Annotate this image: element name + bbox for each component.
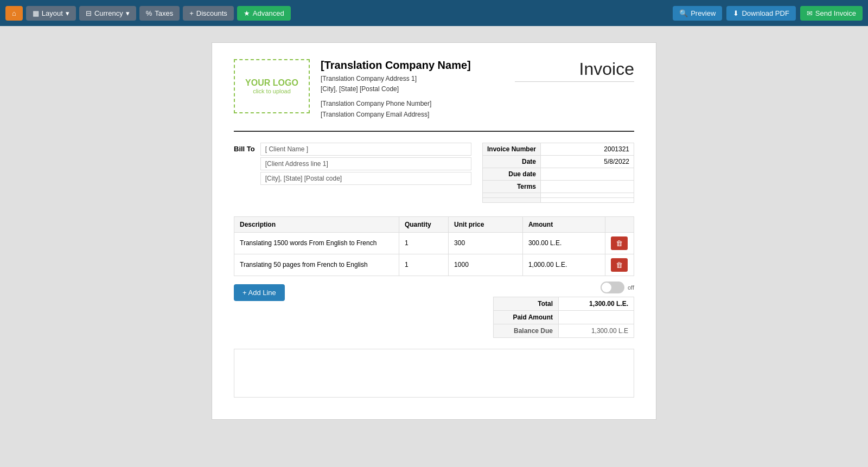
bill-to-section: Bill To [ Client Name ] [Client Address … <box>234 143 471 203</box>
item-action: 🗑 <box>605 254 634 276</box>
download-button[interactable]: ⬇ Download PDF <box>726 6 795 21</box>
detail-label: Terms <box>483 180 541 193</box>
detail-row: Invoice Number2001321 <box>483 143 634 155</box>
layout-button[interactable]: ▦ Layout ▾ <box>26 6 76 21</box>
paid-row: Paid Amount <box>494 310 634 324</box>
col-header-amount: Amount <box>522 216 605 232</box>
item-quantity[interactable]: 1 <box>399 254 448 276</box>
bill-to-fields: [ Client Name ] [Client Address line 1] … <box>260 143 471 203</box>
col-header-quantity: Quantity <box>399 216 448 232</box>
download-icon: ⬇ <box>733 9 739 17</box>
currency-icon: ⊟ <box>86 9 92 17</box>
balance-due-row: Balance Due 1,300.00 L.E <box>494 324 634 337</box>
total-value: 1,300.00 L.E. <box>559 297 634 310</box>
main-content: YOUR LOGO click to upload [Translation C… <box>0 26 868 467</box>
detail-value[interactable]: 2001321 <box>541 143 634 155</box>
balance-value: 1,300.00 L.E <box>559 324 634 337</box>
preview-icon: 🔍 <box>679 9 688 17</box>
item-amount: 300.00 L.E. <box>522 232 605 254</box>
item-quantity[interactable]: 1 <box>399 232 448 254</box>
preview-button[interactable]: 🔍 Preview <box>673 6 722 21</box>
home-button[interactable]: ⌂ <box>5 6 23 21</box>
notes-area[interactable] <box>234 349 634 398</box>
company-phone: [Translation Company Phone Number] <box>321 99 515 109</box>
detail-label <box>483 197 541 202</box>
balance-label: Balance Due <box>494 324 559 337</box>
bill-to-label: Bill To <box>234 143 255 203</box>
chevron-down-icon: ▾ <box>66 9 69 17</box>
invoice-details-section: Invoice Number2001321Date5/8/2022Due dat… <box>482 143 634 203</box>
detail-label: Invoice Number <box>483 143 541 155</box>
company-email: [Translation Company Email Address] <box>321 110 515 120</box>
total-row: Total 1,300.00 L.E. <box>494 297 634 310</box>
toggle-switch[interactable] <box>601 282 624 293</box>
col-header-unit-price: Unit price <box>449 216 523 232</box>
home-icon: ⌂ <box>12 9 16 17</box>
delete-row-button[interactable]: 🗑 <box>611 236 628 250</box>
detail-label: Due date <box>483 168 541 180</box>
discounts-button[interactable]: + Discounts <box>183 6 234 21</box>
item-description[interactable]: Translating 50 pages from French to Engl… <box>234 254 399 276</box>
detail-label <box>483 193 541 197</box>
item-description[interactable]: Translating 1500 words From English to F… <box>234 232 399 254</box>
discounts-icon: + <box>189 9 194 17</box>
advanced-button[interactable]: ★ Advanced <box>237 6 291 21</box>
detail-row <box>483 193 634 197</box>
line-items-table: Description Quantity Unit price Amount T… <box>234 216 634 276</box>
chevron-down-icon: ▾ <box>126 9 130 17</box>
col-header-action <box>605 216 634 232</box>
paid-value[interactable] <box>559 310 634 324</box>
detail-row: Terms <box>483 180 634 193</box>
logo-text: YOUR LOGO <box>245 78 298 88</box>
table-row: Translating 1500 words From English to F… <box>234 232 634 254</box>
detail-value[interactable] <box>541 168 634 180</box>
invoice-title: Invoice <box>515 59 634 82</box>
taxes-button[interactable]: % Taxes <box>139 6 180 21</box>
toggle-container: off <box>601 282 634 293</box>
invoice-title-box: Invoice <box>515 59 634 84</box>
section-divider <box>234 131 634 132</box>
totals-table: Total 1,300.00 L.E. Paid Amount Balance … <box>493 297 634 338</box>
item-action: 🗑 <box>605 232 634 254</box>
total-label: Total <box>494 297 559 310</box>
detail-row: Date5/8/2022 <box>483 155 634 168</box>
layout-icon: ▦ <box>33 9 39 17</box>
taxes-icon: % <box>146 9 152 17</box>
detail-value[interactable]: 5/8/2022 <box>541 155 634 168</box>
invoice-header: YOUR LOGO click to upload [Translation C… <box>234 59 634 120</box>
star-icon: ★ <box>244 9 250 17</box>
detail-value[interactable] <box>541 193 634 197</box>
invoice-paper: YOUR LOGO click to upload [Translation C… <box>212 42 656 420</box>
currency-button[interactable]: ⊟ Currency ▾ <box>79 6 136 21</box>
toggle-label: off <box>628 284 634 291</box>
logo-upload[interactable]: YOUR LOGO click to upload <box>234 59 310 113</box>
company-city-state: [City], [State] [Postal Code] <box>321 84 515 94</box>
company-name: [Translation Company Name] <box>321 59 515 72</box>
item-amount: 1,000.00 L.E. <box>522 254 605 276</box>
table-row: Translating 50 pages from French to Engl… <box>234 254 634 276</box>
client-city-field[interactable]: [City], [State] [Postal code] <box>260 172 471 185</box>
company-address1: [Translation Company Address 1] <box>321 74 515 84</box>
detail-row: Due date <box>483 168 634 180</box>
client-name-field[interactable]: [ Client Name ] <box>260 143 471 156</box>
delete-row-button[interactable]: 🗑 <box>611 258 628 272</box>
paid-label: Paid Amount <box>494 310 559 324</box>
send-invoice-button[interactable]: ✉ Send Invoice <box>800 6 863 21</box>
toolbar: ⌂ ▦ Layout ▾ ⊟ Currency ▾ % Taxes + Disc… <box>0 0 868 26</box>
detail-row <box>483 197 634 202</box>
toggle-knob <box>602 283 611 292</box>
bill-details-row: Bill To [ Client Name ] [Client Address … <box>234 143 634 203</box>
add-line-button[interactable]: + Add Line <box>234 284 285 301</box>
email-icon: ✉ <box>807 9 813 17</box>
logo-subtext: click to upload <box>253 88 291 94</box>
detail-label: Date <box>483 155 541 168</box>
item-unit-price[interactable]: 1000 <box>449 254 523 276</box>
item-unit-price[interactable]: 300 <box>449 232 523 254</box>
toolbar-right-actions: 🔍 Preview ⬇ Download PDF ✉ Send Invoice <box>673 6 863 21</box>
detail-value[interactable] <box>541 180 634 193</box>
col-header-description: Description <box>234 216 399 232</box>
invoice-details-table: Invoice Number2001321Date5/8/2022Due dat… <box>482 143 634 203</box>
detail-value[interactable] <box>541 197 634 202</box>
company-info: [Translation Company Name] [Translation … <box>321 59 515 120</box>
client-address-field[interactable]: [Client Address line 1] <box>260 157 471 170</box>
